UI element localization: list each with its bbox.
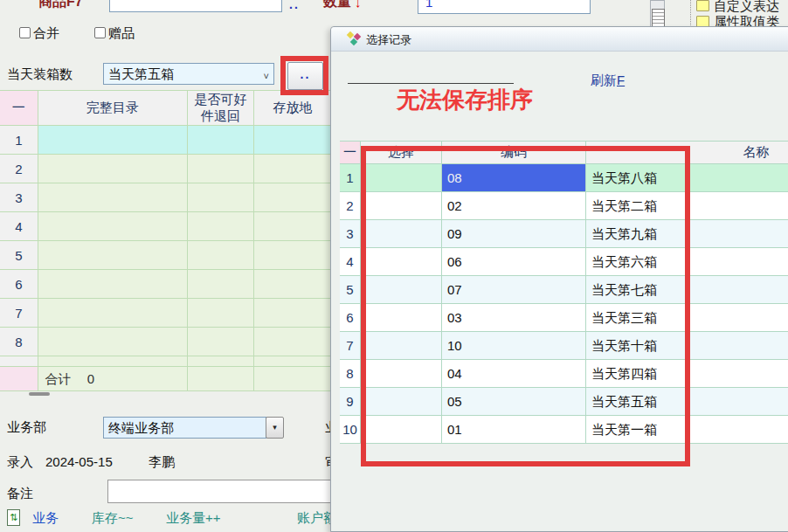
grid-column-header-directory[interactable]: 完整目录 — [38, 91, 188, 126]
record-code-cell[interactable]: 05 — [442, 388, 586, 416]
record-row-number[interactable]: 10 — [340, 416, 361, 444]
record-row-number[interactable]: 5 — [340, 276, 361, 304]
dept-dropdown-button[interactable]: ▾ — [266, 417, 284, 439]
grid-cell-storage[interactable] — [254, 241, 332, 270]
row-number[interactable]: 7 — [0, 299, 38, 328]
column-header-code[interactable]: 编码 — [442, 141, 586, 164]
grid-cell-directory[interactable] — [38, 299, 189, 328]
record-row[interactable]: 309当天第九箱 — [340, 220, 788, 248]
row-number[interactable]: 6 — [0, 270, 38, 299]
record-name-cell[interactable]: 当天第七箱 — [586, 276, 788, 304]
refresh-link[interactable]: 刷新F — [591, 73, 625, 89]
product-input[interactable] — [109, 0, 282, 12]
dialog-titlebar[interactable]: 选择记录 — [331, 27, 788, 52]
grid-cell-storage[interactable] — [254, 212, 332, 241]
row-number[interactable]: 3 — [0, 183, 38, 212]
scrollbar-thumb[interactable] — [652, 9, 665, 28]
record-code-cell[interactable]: 06 — [442, 248, 586, 276]
record-select-cell[interactable] — [361, 416, 442, 444]
row-number[interactable]: 8 — [0, 328, 38, 356]
grid-cell-storage[interactable] — [254, 270, 332, 299]
record-row[interactable]: 202当天第二箱 — [340, 192, 788, 220]
record-code-cell[interactable]: 07 — [442, 276, 586, 304]
packing-lookup-button[interactable]: .. — [287, 62, 323, 90]
merge-checkbox[interactable] — [19, 27, 31, 38]
record-name-cell[interactable]: 当天第五箱 — [586, 388, 788, 416]
footer-tab-2[interactable]: 库存~~ — [92, 510, 134, 527]
record-row[interactable]: 905当天第五箱 — [340, 388, 788, 416]
grid-cell-directory[interactable] — [38, 212, 189, 241]
record-code-cell[interactable]: 08 — [442, 164, 586, 192]
collapse-handle[interactable] — [29, 392, 50, 396]
footer-tab-1[interactable]: 业务 — [32, 510, 59, 527]
record-name-cell[interactable]: 当天第九箱 — [586, 220, 788, 248]
record-row[interactable]: 406当天第六箱 — [340, 248, 788, 276]
grid-cell-directory[interactable] — [38, 241, 189, 270]
grid-cell-storage[interactable] — [254, 328, 332, 356]
record-select-cell[interactable] — [361, 192, 442, 220]
record-row[interactable]: 507当天第七箱 — [340, 276, 788, 304]
record-row[interactable]: 710当天第十箱 — [340, 332, 788, 360]
record-code-cell[interactable]: 01 — [442, 416, 586, 444]
record-row-number[interactable]: 6 — [340, 304, 361, 332]
record-select-cell[interactable] — [361, 360, 442, 388]
record-select-cell[interactable] — [361, 248, 442, 276]
record-code-cell[interactable]: 02 — [442, 192, 586, 220]
grid-cell-returnable[interactable] — [188, 126, 254, 155]
row-number[interactable]: 5 — [0, 241, 38, 270]
record-select-cell[interactable] — [361, 220, 442, 248]
record-select-cell[interactable] — [361, 164, 442, 192]
grid-cell-storage[interactable] — [254, 126, 332, 155]
record-row-number[interactable]: 3 — [340, 220, 361, 248]
record-select-cell[interactable] — [361, 276, 442, 304]
record-row[interactable]: 1001当天第一箱 — [340, 416, 788, 444]
chevron-down-icon[interactable]: ˅ — [264, 66, 269, 86]
record-row-number[interactable]: 1 — [340, 164, 361, 192]
grid-column-header-storage[interactable]: 存放地 — [254, 91, 332, 126]
grid-cell-returnable[interactable] — [188, 328, 254, 356]
record-row[interactable]: 804当天第四箱 — [340, 360, 788, 388]
grid-cell-directory[interactable] — [38, 328, 189, 356]
record-row-number[interactable]: 2 — [340, 192, 361, 220]
record-row-number[interactable]: 8 — [340, 360, 361, 388]
grid-column-header-returnable[interactable]: 是否可好件退回 — [188, 91, 254, 126]
record-row-number[interactable]: 7 — [340, 332, 361, 360]
record-select-cell[interactable] — [361, 304, 442, 332]
tree-item-1[interactable]: 自定义表达 — [696, 0, 779, 15]
grid-cell-returnable[interactable] — [188, 183, 254, 212]
grid-cell-directory[interactable] — [38, 126, 189, 155]
column-header-name[interactable]: 名称 — [586, 141, 788, 164]
quantity-input[interactable]: 1 — [418, 0, 591, 14]
row-number[interactable]: 2 — [0, 155, 38, 183]
grid-cell-returnable[interactable] — [188, 212, 254, 241]
record-row[interactable]: 108当天第八箱 — [340, 164, 788, 192]
record-row-number[interactable]: 4 — [340, 248, 361, 276]
record-code-cell[interactable]: 03 — [442, 304, 586, 332]
record-name-cell[interactable]: 当天第六箱 — [586, 248, 788, 276]
grid-cell-storage[interactable] — [254, 155, 332, 183]
refresh-doc-icon[interactable]: ⇅ — [7, 509, 20, 526]
grid-cell-storage[interactable] — [254, 299, 332, 328]
column-header-select[interactable]: 选择 — [361, 141, 442, 164]
record-name-cell[interactable]: 当天第二箱 — [586, 192, 788, 220]
grid-cell-returnable[interactable] — [188, 299, 254, 328]
record-code-cell[interactable]: 10 — [442, 332, 586, 360]
record-code-cell[interactable]: 04 — [442, 360, 586, 388]
grid-cell-storage[interactable] — [254, 183, 332, 212]
record-select-cell[interactable] — [361, 388, 442, 416]
grid-cell-directory[interactable] — [38, 183, 189, 212]
record-name-cell[interactable]: 当天第八箱 — [586, 164, 788, 192]
row-number[interactable]: 1 — [0, 126, 38, 155]
grid-cell-returnable[interactable] — [188, 270, 254, 299]
packing-count-combobox[interactable]: 当天第五箱 ˅ — [103, 63, 274, 85]
search-underline[interactable] — [348, 83, 514, 84]
grid-cell-returnable[interactable] — [188, 241, 254, 270]
grid-cell-directory[interactable] — [38, 155, 189, 183]
record-code-cell[interactable]: 09 — [442, 220, 586, 248]
footer-tab-3[interactable]: 业务量++ — [166, 510, 221, 527]
row-number[interactable]: 4 — [0, 212, 38, 241]
record-row-number[interactable]: 9 — [340, 388, 361, 416]
record-name-cell[interactable]: 当天第一箱 — [586, 416, 788, 444]
grid-cell-returnable[interactable] — [188, 155, 254, 183]
grid-cell-directory[interactable] — [38, 270, 189, 299]
